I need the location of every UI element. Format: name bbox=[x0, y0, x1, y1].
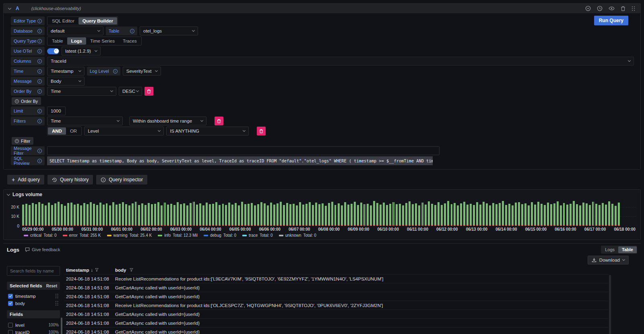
otel-version-select[interactable]: latest (1.2.9) bbox=[62, 47, 101, 55]
remove-filter2-button[interactable] bbox=[257, 127, 266, 135]
legend-item-debug[interactable]: debugTotal: 0 bbox=[204, 233, 236, 238]
download-button[interactable]: Download bbox=[588, 256, 629, 264]
body-cell: GetCartAsync called with userId={userId} bbox=[113, 330, 608, 334]
query-type-option-logs[interactable]: Logs bbox=[67, 37, 86, 45]
info-icon[interactable] bbox=[37, 49, 42, 53]
field-drag-handle-icon[interactable] bbox=[56, 301, 59, 306]
legend-item-warning[interactable]: warningTotal: 25.4 K bbox=[107, 233, 152, 238]
reset-fields-button[interactable]: Reset bbox=[46, 284, 57, 288]
query-type-option-traces[interactable]: Traces bbox=[119, 37, 141, 45]
search-fields-input[interactable] bbox=[7, 266, 60, 276]
body-column-header[interactable]: body bbox=[113, 268, 608, 273]
filter2-operator-select[interactable]: IS ANYTHING bbox=[166, 127, 249, 135]
editor-type-option-sql-editor[interactable]: SQL Editor bbox=[48, 17, 78, 25]
table-row[interactable]: 2024-06-18 14:51:08GetCartAsync called w… bbox=[64, 327, 608, 334]
info-icon[interactable] bbox=[37, 69, 42, 74]
filter-funnel-icon[interactable] bbox=[130, 268, 133, 272]
columns-multiselect[interactable]: TraceId bbox=[47, 57, 634, 66]
volume-bar bbox=[428, 201, 430, 226]
order-by-field-select[interactable]: Time bbox=[47, 87, 116, 96]
remove-order-by-button[interactable] bbox=[144, 87, 153, 96]
info-icon[interactable] bbox=[37, 119, 42, 123]
view-option-table[interactable]: Table bbox=[618, 246, 637, 253]
log-level-select[interactable]: SeverityText bbox=[123, 67, 161, 76]
remove-query-trash-icon[interactable] bbox=[621, 6, 625, 11]
table-row[interactable]: 2024-06-18 14:51:08GetCartAsync called w… bbox=[64, 283, 608, 292]
field-checkbox-checked[interactable] bbox=[8, 301, 13, 306]
chevron-down-icon bbox=[622, 258, 625, 261]
hide-response-eye-icon[interactable] bbox=[609, 6, 615, 11]
add-filter-button[interactable]: Filter bbox=[12, 137, 33, 145]
filter-field-select[interactable]: Time bbox=[47, 117, 123, 125]
table-row[interactable]: 2024-06-18 14:51:08GetCartAsync called w… bbox=[64, 318, 608, 327]
selected-field-body: body bbox=[7, 300, 60, 307]
sort-desc-icon[interactable]: ↓ bbox=[91, 268, 93, 273]
info-icon[interactable] bbox=[113, 69, 118, 74]
available-fields-list: level100%traceID100% bbox=[7, 322, 60, 334]
timestamp-cell: 2024-06-18 14:51:08 bbox=[64, 285, 113, 290]
info-icon[interactable] bbox=[37, 39, 42, 43]
message-column-select[interactable]: Body bbox=[47, 77, 85, 86]
message-filter-input[interactable] bbox=[47, 146, 440, 155]
legend-item-info[interactable]: infoTotal: 12.3 Mil bbox=[158, 233, 198, 238]
legend-item-critical[interactable]: criticalTotal: 0 bbox=[24, 233, 57, 238]
conjunction-option-or[interactable]: OR bbox=[66, 127, 81, 135]
field-checkbox-checked[interactable] bbox=[8, 294, 13, 299]
info-icon[interactable] bbox=[37, 89, 42, 94]
filter2-field-select[interactable]: Level bbox=[84, 127, 164, 135]
editor-type-option-query-builder[interactable]: Query Builder bbox=[78, 17, 117, 25]
legend-item-trace[interactable]: traceTotal: 0 bbox=[242, 233, 272, 238]
table-row[interactable]: 2024-06-18 14:51:08GetCartAsync called w… bbox=[64, 309, 608, 318]
filter-funnel-icon[interactable] bbox=[95, 268, 99, 272]
info-icon[interactable] bbox=[37, 59, 42, 64]
help-circle-icon[interactable] bbox=[585, 6, 591, 11]
info-icon[interactable] bbox=[37, 159, 42, 163]
legend-item-error[interactable]: errorTotal: 255 K bbox=[63, 233, 101, 238]
query-type-option-table[interactable]: Table bbox=[48, 37, 67, 45]
legend-label: unknown bbox=[285, 233, 301, 238]
volume-bar bbox=[563, 203, 565, 226]
timestamp-column-header[interactable]: timestamp↓ bbox=[64, 268, 113, 273]
remove-filter-button[interactable] bbox=[215, 117, 223, 125]
table-row[interactable]: 2024-06-18 14:51:08Receive ListRecommend… bbox=[64, 301, 608, 309]
order-by-direction-select[interactable]: DESC bbox=[119, 87, 142, 96]
query-history-button[interactable]: Query history bbox=[47, 175, 93, 184]
database-select[interactable]: default bbox=[47, 27, 103, 35]
info-icon[interactable] bbox=[37, 29, 42, 33]
plus-icon: + bbox=[12, 178, 15, 182]
info-icon[interactable] bbox=[37, 19, 42, 23]
info-icon[interactable] bbox=[37, 79, 42, 84]
run-query-button[interactable]: Run Query bbox=[594, 16, 628, 25]
info-icon[interactable] bbox=[37, 109, 42, 113]
time-column-select[interactable]: Timestamp bbox=[47, 67, 85, 76]
collapse-chevron-icon[interactable] bbox=[8, 6, 11, 9]
limit-input[interactable] bbox=[47, 107, 66, 115]
use-otel-toggle[interactable] bbox=[47, 48, 59, 54]
logs-volume-header[interactable]: Logs volume bbox=[4, 190, 640, 199]
query-inspector-button[interactable]: Query inspector bbox=[96, 175, 147, 184]
table-row[interactable]: 2024-06-18 14:51:08GetCartAsync called w… bbox=[64, 292, 608, 301]
give-feedback-link[interactable]: Give feedback bbox=[25, 247, 60, 252]
table-select[interactable]: otel_logs bbox=[140, 27, 198, 35]
volume-bar bbox=[199, 203, 201, 226]
volume-bar bbox=[80, 205, 82, 226]
filter-operator-select[interactable]: Within dashboard time range bbox=[129, 117, 206, 125]
field-checkbox-unchecked[interactable] bbox=[8, 330, 13, 334]
table-row[interactable]: 2024-06-18 14:51:08Receive ListRecommend… bbox=[64, 274, 608, 283]
field-checkbox-unchecked[interactable] bbox=[8, 323, 13, 328]
query-type-option-time-series[interactable]: Time Series bbox=[86, 37, 119, 45]
add-query-button[interactable]: +Add query bbox=[7, 175, 44, 184]
view-option-logs[interactable]: Logs bbox=[601, 246, 618, 253]
legend-item-unknown[interactable]: unknownTotal: 0 bbox=[279, 233, 316, 238]
info-icon[interactable] bbox=[130, 29, 134, 33]
drag-handle-icon[interactable] bbox=[632, 6, 636, 11]
volume-bar bbox=[141, 203, 143, 226]
legend-total: Total: 0 bbox=[223, 233, 236, 238]
info-icon[interactable] bbox=[37, 149, 42, 153]
table-scrollbar[interactable] bbox=[609, 275, 611, 334]
conjunction-option-and[interactable]: AND bbox=[48, 127, 66, 135]
field-drag-handle-icon[interactable] bbox=[56, 294, 59, 299]
add-order-by-button[interactable]: Order By bbox=[12, 97, 41, 105]
sidebar-scrollbar[interactable] bbox=[61, 318, 62, 334]
query-history-icon[interactable] bbox=[597, 6, 603, 11]
